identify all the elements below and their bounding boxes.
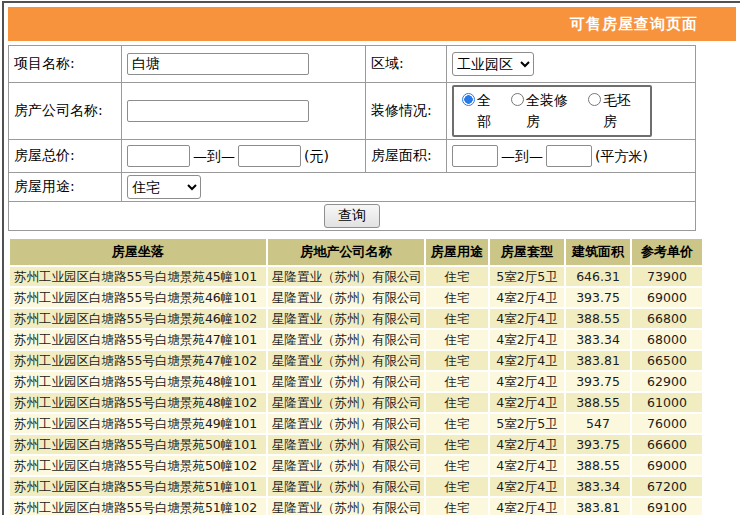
table-cell: 76000 [632, 414, 702, 433]
radio-option-label: 毛坯房 [603, 90, 631, 132]
table-cell: 星隆置业（苏州）有限公司 [268, 393, 424, 412]
table-cell: 苏州工业园区白塘路55号白塘景苑48幢102 [10, 393, 266, 412]
usage-select[interactable]: 住宅 [127, 175, 201, 199]
table-cell: 383.34 [566, 477, 630, 496]
table-cell: 住宅 [426, 309, 488, 328]
table-row: 苏州工业园区白塘路55号白塘景苑45幢101星隆置业（苏州）有限公司住宅5室2厅… [10, 267, 702, 286]
page-container: 可售房屋查询页面 项目名称: 区域: 工业园区 房产公司名称: 装修情况: 全部… [2, 1, 740, 515]
table-cell: 苏州工业园区白塘路55号白塘景苑46幢102 [10, 309, 266, 328]
area-min-input[interactable] [452, 145, 498, 167]
project-name-label: 项目名称: [9, 46, 122, 83]
radio-option-label: 全部 [477, 90, 491, 132]
company-name-input[interactable] [127, 100, 309, 122]
table-cell: 69000 [632, 288, 702, 307]
table-cell: 61000 [632, 393, 702, 412]
table-cell: 住宅 [426, 288, 488, 307]
table-cell: 苏州工业园区白塘路55号白塘景苑45幢101 [10, 267, 266, 286]
table-cell: 住宅 [426, 414, 488, 433]
column-header: 房地产公司名称 [268, 239, 424, 265]
table-cell: 67200 [632, 477, 702, 496]
table-cell: 住宅 [426, 330, 488, 349]
table-cell: 73900 [632, 267, 702, 286]
table-cell: 星隆置业（苏州）有限公司 [268, 498, 424, 515]
table-row: 苏州工业园区白塘路55号白塘景苑48幢101星隆置业（苏州）有限公司住宅4室2厅… [10, 372, 702, 391]
table-cell: 星隆置业（苏州）有限公司 [268, 267, 424, 286]
table-cell: 66500 [632, 351, 702, 370]
table-cell: 4室2厅4卫 [490, 351, 564, 370]
table-cell: 4室2厅4卫 [490, 393, 564, 412]
price-range-separator: —到— [193, 148, 235, 164]
area-label: 房屋面积: [366, 140, 447, 173]
table-cell: 住宅 [426, 477, 488, 496]
table-cell: 66800 [632, 309, 702, 328]
table-cell: 646.31 [566, 267, 630, 286]
table-row: 苏州工业园区白塘路55号白塘景苑51幢101星隆置业（苏州）有限公司住宅4室2厅… [10, 477, 702, 496]
column-header: 参考单价 [632, 239, 702, 265]
table-cell: 苏州工业园区白塘路55号白塘景苑48幢101 [10, 372, 266, 391]
table-cell: 383.81 [566, 498, 630, 515]
table-cell: 星隆置业（苏州）有限公司 [268, 309, 424, 328]
table-row: 苏州工业园区白塘路55号白塘景苑51幢102星隆置业（苏州）有限公司住宅4室2厅… [10, 498, 702, 515]
column-header: 建筑面积 [566, 239, 630, 265]
radio-icon[interactable] [588, 93, 601, 106]
table-cell: 5室2厅5卫 [490, 414, 564, 433]
project-name-input[interactable] [127, 53, 309, 75]
radio-icon[interactable] [511, 93, 524, 106]
column-header: 房屋套型 [490, 239, 564, 265]
table-cell: 星隆置业（苏州）有限公司 [268, 330, 424, 349]
table-cell: 住宅 [426, 393, 488, 412]
area-max-input[interactable] [546, 145, 592, 167]
table-cell: 68000 [632, 330, 702, 349]
table-cell: 66600 [632, 435, 702, 454]
query-form: 项目名称: 区域: 工业园区 房产公司名称: 装修情况: 全部全装修房毛坯房 房… [8, 45, 696, 231]
table-row: 苏州工业园区白塘路55号白塘景苑50幢101星隆置业（苏州）有限公司住宅4室2厅… [10, 435, 702, 454]
decoration-label: 装修情况: [366, 83, 447, 140]
table-cell: 69000 [632, 456, 702, 475]
table-cell: 苏州工业园区白塘路55号白塘景苑47幢102 [10, 351, 266, 370]
total-price-label: 房屋总价: [9, 140, 122, 173]
table-cell: 星隆置业（苏州）有限公司 [268, 351, 424, 370]
company-name-label: 房产公司名称: [9, 83, 122, 140]
table-cell: 388.55 [566, 309, 630, 328]
decoration-radio-option[interactable]: 全装修房 [511, 90, 568, 132]
table-cell: 星隆置业（苏州）有限公司 [268, 414, 424, 433]
table-cell: 苏州工业园区白塘路55号白塘景苑51幢101 [10, 477, 266, 496]
area-range-separator: —到— [501, 148, 543, 164]
decoration-radio-option[interactable]: 毛坯房 [588, 90, 631, 132]
page-header: 可售房屋查询页面 [8, 7, 736, 41]
table-cell: 星隆置业（苏州）有限公司 [268, 372, 424, 391]
table-cell: 住宅 [426, 372, 488, 391]
table-cell: 住宅 [426, 435, 488, 454]
radio-selected-icon[interactable] [462, 93, 475, 106]
query-button[interactable]: 查询 [324, 204, 380, 228]
table-row: 苏州工业园区白塘路55号白塘景苑48幢102星隆置业（苏州）有限公司住宅4室2厅… [10, 393, 702, 412]
table-row: 苏州工业园区白塘路55号白塘景苑49幢101星隆置业（苏州）有限公司住宅5室2厅… [10, 414, 702, 433]
table-row: 苏州工业园区白塘路55号白塘景苑46幢102星隆置业（苏州）有限公司住宅4室2厅… [10, 309, 702, 328]
usage-label: 房屋用途: [9, 173, 122, 202]
table-row: 苏州工业园区白塘路55号白塘景苑50幢102星隆置业（苏州）有限公司住宅4室2厅… [10, 456, 702, 475]
table-cell: 4室2厅4卫 [490, 330, 564, 349]
table-cell: 4室2厅4卫 [490, 477, 564, 496]
area-unit: (平方米) [595, 148, 648, 164]
decoration-radio-option[interactable]: 全部 [462, 90, 491, 132]
radio-option-label: 全装修房 [526, 90, 568, 132]
region-select[interactable]: 工业园区 [452, 52, 534, 76]
table-cell: 住宅 [426, 351, 488, 370]
table-cell: 住宅 [426, 456, 488, 475]
table-cell: 62900 [632, 372, 702, 391]
column-header: 房屋坐落 [10, 239, 266, 265]
table-cell: 383.81 [566, 351, 630, 370]
table-cell: 苏州工业园区白塘路55号白塘景苑50幢101 [10, 435, 266, 454]
price-min-input[interactable] [127, 145, 190, 167]
table-cell: 393.75 [566, 435, 630, 454]
table-cell: 547 [566, 414, 630, 433]
table-cell: 星隆置业（苏州）有限公司 [268, 477, 424, 496]
table-cell: 383.34 [566, 330, 630, 349]
table-cell: 星隆置业（苏州）有限公司 [268, 456, 424, 475]
price-max-input[interactable] [238, 145, 301, 167]
table-cell: 苏州工业园区白塘路55号白塘景苑47幢101 [10, 330, 266, 349]
table-cell: 5室2厅5卫 [490, 267, 564, 286]
table-cell: 住宅 [426, 267, 488, 286]
decoration-radio-group: 全部全装修房毛坯房 [452, 85, 652, 137]
table-cell: 388.55 [566, 456, 630, 475]
